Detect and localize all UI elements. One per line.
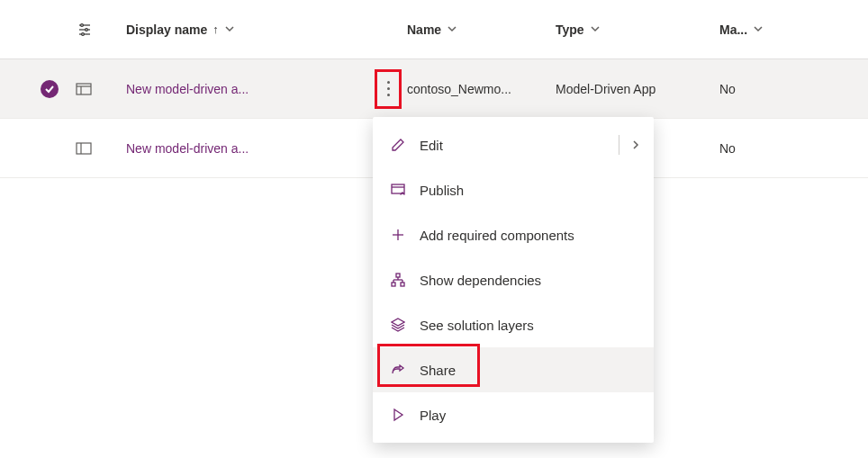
publish-icon (389, 181, 407, 199)
play-icon (389, 406, 407, 424)
chevron-down-icon (590, 22, 601, 37)
svg-marker-22 (392, 319, 404, 326)
cell-name: contoso_Newmo... (407, 82, 556, 96)
highlight-more-actions (375, 69, 402, 109)
cell-display-name[interactable]: New model-driven a... (126, 82, 369, 96)
col-header-display-name[interactable]: Display name ↑ (126, 22, 369, 37)
share-icon (389, 361, 407, 379)
cell-managed: No (719, 141, 805, 156)
plus-icon (389, 226, 407, 244)
menu-item-label: See solution layers (420, 318, 534, 333)
sort-asc-icon: ↑ (212, 22, 219, 36)
svg-point-5 (82, 32, 85, 35)
col-header-display-name-label: Display name (126, 22, 207, 37)
menu-item-label: Edit (420, 138, 443, 153)
col-header-type[interactable]: Type (556, 22, 719, 37)
chevron-right-icon (630, 139, 641, 150)
menu-item-label: Add required components (420, 228, 574, 243)
chevron-down-icon (224, 22, 235, 37)
menu-item-show-dependencies[interactable]: Show dependencies (373, 257, 654, 302)
hierarchy-icon (389, 271, 407, 289)
col-header-managed[interactable]: Ma... (719, 22, 805, 37)
col-header-name-label: Name (407, 22, 441, 37)
pencil-icon (389, 136, 407, 154)
svg-point-4 (86, 28, 88, 31)
svg-rect-16 (392, 283, 395, 286)
menu-item-publish[interactable]: Publish (373, 167, 654, 212)
row-select-checkbox[interactable] (27, 80, 72, 98)
component-type-icon (72, 83, 126, 95)
col-customize[interactable] (72, 21, 126, 39)
menu-item-label: Show dependencies (420, 273, 541, 288)
table-header: Display name ↑ Name Type Ma... (0, 0, 868, 59)
menu-item-label: Publish (420, 183, 464, 198)
menu-item-play[interactable]: Play (373, 392, 654, 437)
menu-item-label: Share (420, 363, 456, 378)
svg-rect-17 (401, 283, 404, 286)
col-header-managed-label: Ma... (719, 22, 747, 37)
cell-type: Model-Driven App (556, 82, 719, 96)
svg-rect-15 (396, 274, 400, 277)
svg-rect-9 (77, 143, 91, 154)
chevron-down-icon (447, 22, 457, 37)
checked-icon (41, 80, 59, 98)
row-context-menu: Edit Publish Add required components Sho… (373, 117, 654, 443)
menu-item-label: Play (420, 408, 446, 423)
svg-rect-6 (77, 84, 91, 94)
menu-item-add-required[interactable]: Add required components (373, 212, 654, 257)
submenu-indicator (619, 135, 641, 155)
chevron-down-icon (753, 22, 764, 37)
component-type-icon (72, 142, 126, 155)
layers-icon (389, 316, 407, 334)
customize-columns-icon (76, 21, 94, 39)
col-header-name[interactable]: Name (407, 22, 556, 37)
table-row[interactable]: New model-driven a... contoso_Newmo... M… (0, 59, 868, 119)
cell-display-name[interactable]: New model-driven a... (126, 141, 369, 156)
col-header-type-label: Type (556, 22, 584, 37)
menu-item-edit[interactable]: Edit (373, 122, 654, 167)
svg-point-3 (81, 23, 84, 26)
more-actions-button[interactable] (377, 73, 399, 105)
svg-marker-23 (394, 409, 402, 420)
menu-item-share[interactable]: Share (373, 347, 654, 392)
cell-managed: No (719, 82, 805, 96)
menu-item-see-layers[interactable]: See solution layers (373, 302, 654, 347)
